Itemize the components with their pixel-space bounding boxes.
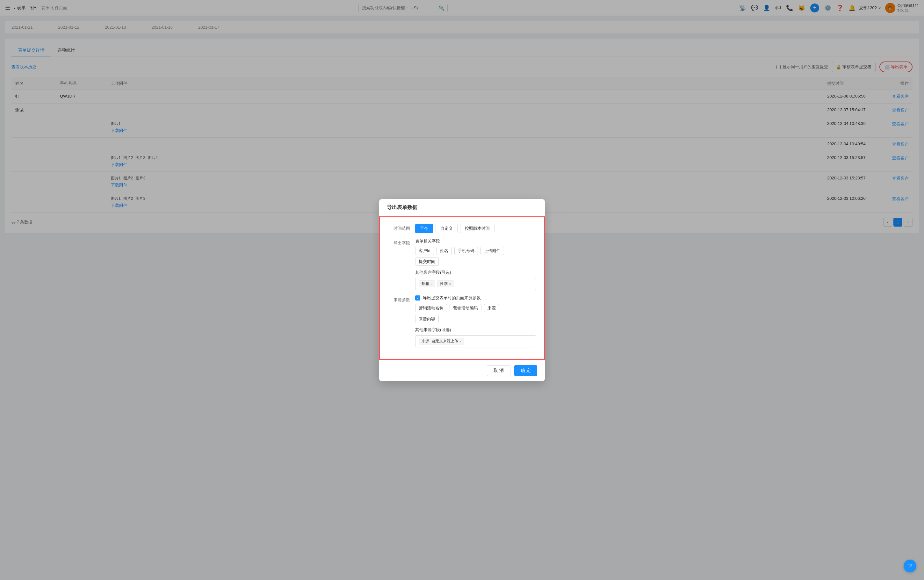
field-tag-source: 来源 xyxy=(484,304,499,312)
source-param-label: 来源参数 xyxy=(388,295,410,303)
tag-custom-source-close[interactable]: × xyxy=(459,339,461,343)
modal-overlay: 导出表单数据 时间范围 至今 自定义 按照版本时间 导出字段 表单相关字段 xyxy=(0,0,924,580)
field-tag-campaign-name: 营销活动名称 xyxy=(415,304,447,312)
support-button[interactable]: ? xyxy=(904,560,916,572)
other-source-title: 其他来源字段(可选) xyxy=(415,327,536,333)
tag-gender-close[interactable]: × xyxy=(449,282,451,286)
tag-custom-source-label: 来源_自定义来源上传 xyxy=(421,338,458,344)
dialog-title: 导出表单数据 xyxy=(379,199,545,216)
dialog-footer: 取 消 确 定 xyxy=(379,360,545,381)
other-source-input[interactable]: 来源_自定义来源上传 × xyxy=(415,335,536,348)
export-field-content: 表单相关字段 客户Id 姓名 手机号码 上传附件 提交时间 其他客户字段(可选)… xyxy=(415,238,536,290)
tag-custom-source: 来源_自定义来源上传 × xyxy=(419,338,464,344)
field-tag-campaign-code: 营销活动编码 xyxy=(450,304,482,312)
tag-gender: 性别 × xyxy=(437,280,454,287)
field-tag-phone: 手机号码 xyxy=(454,247,478,255)
time-btn-custom[interactable]: 自定义 xyxy=(436,224,457,233)
tag-gender-label: 性别 xyxy=(440,281,448,287)
tag-email: 邮箱 × xyxy=(419,280,435,287)
source-field-tags-2: 来源内容 xyxy=(415,315,536,323)
support-icon: ? xyxy=(908,562,912,570)
time-buttons: 至今 自定义 按照版本时间 xyxy=(415,224,536,233)
other-customer-title: 其他客户字段(可选) xyxy=(415,270,536,275)
other-customer-input[interactable]: 邮箱 × 性别 × xyxy=(415,278,536,290)
form-fields-title: 表单相关字段 xyxy=(415,238,536,244)
source-param-content: 导出提交表单时的页面来源参数 营销活动名称 营销活动编码 来源 来源内容 其他来… xyxy=(415,295,536,348)
export-dialog: 导出表单数据 时间范围 至今 自定义 按照版本时间 导出字段 表单相关字段 xyxy=(379,199,545,381)
time-range-content: 至今 自定义 按照版本时间 xyxy=(415,224,536,233)
field-tag-submittime: 提交时间 xyxy=(415,257,439,266)
time-range-row: 时间范围 至今 自定义 按照版本时间 xyxy=(388,224,536,233)
time-btn-version[interactable]: 按照版本时间 xyxy=(460,224,495,233)
source-field-tags: 营销活动名称 营销活动编码 来源 xyxy=(415,304,536,312)
time-btn-now[interactable]: 至今 xyxy=(415,224,433,233)
time-range-label: 时间范围 xyxy=(388,224,410,231)
form-field-tags-2: 提交时间 xyxy=(415,257,536,266)
confirm-button[interactable]: 确 定 xyxy=(514,365,537,376)
form-field-tags: 客户Id 姓名 手机号码 上传附件 xyxy=(415,247,536,255)
dialog-body: 时间范围 至今 自定义 按照版本时间 导出字段 表单相关字段 客户Id 姓名 xyxy=(379,216,545,360)
field-tag-source-content: 来源内容 xyxy=(415,315,439,323)
tag-email-label: 邮箱 xyxy=(421,281,429,287)
source-checkbox[interactable] xyxy=(415,295,420,300)
source-param-row: 来源参数 导出提交表单时的页面来源参数 营销活动名称 营销活动编码 来源 来源内… xyxy=(388,295,536,348)
export-field-label: 导出字段 xyxy=(388,238,410,246)
field-tag-upload: 上传附件 xyxy=(480,247,504,255)
tag-email-close[interactable]: × xyxy=(431,282,432,286)
field-tag-customerid: 客户Id xyxy=(415,247,434,255)
export-field-row: 导出字段 表单相关字段 客户Id 姓名 手机号码 上传附件 提交时间 其他客户字… xyxy=(388,238,536,290)
source-checkbox-row: 导出提交表单时的页面来源参数 xyxy=(415,295,536,301)
field-tag-name: 姓名 xyxy=(437,247,452,255)
source-checkbox-text: 导出提交表单时的页面来源参数 xyxy=(423,295,481,301)
cancel-button[interactable]: 取 消 xyxy=(487,365,510,376)
